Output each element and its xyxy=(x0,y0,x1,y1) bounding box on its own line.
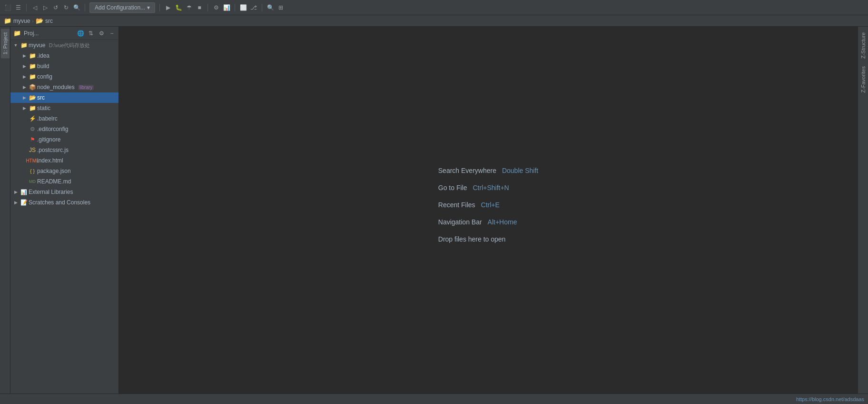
sidebar-item-favorites[interactable]: Z-Favorites xyxy=(859,62,868,97)
profile-icon[interactable]: 📊 xyxy=(223,4,230,11)
back-icon[interactable]: ◁ xyxy=(31,4,39,11)
undo-icon[interactable]: ↺ xyxy=(52,4,59,11)
config-label: config xyxy=(37,73,118,80)
side-tabs-right: Z-Structure Z-Favorites xyxy=(858,27,868,394)
build-folder-icon: 📁 xyxy=(29,62,36,70)
node-modules-arrow-icon: ▶ xyxy=(21,84,28,91)
packagejson-file-icon: { } xyxy=(29,167,36,175)
drop-files-row: Drop files here to open xyxy=(438,236,538,242)
tree-item-babelrc[interactable]: ▶ ⚡ .babelrc xyxy=(10,113,118,124)
scratches-label: Scratches and Consoles xyxy=(29,199,118,206)
readme-file-icon: MD xyxy=(29,178,36,185)
src-folder-icon: 📂 xyxy=(29,94,36,101)
tree-item-packagejson[interactable]: ▶ { } package.json xyxy=(10,166,118,176)
git-icon[interactable]: ⎇ xyxy=(250,4,257,11)
tree-item-build[interactable]: ▶ 📁 build xyxy=(10,61,118,71)
toolbar-sep-5 xyxy=(235,4,235,11)
run-icon[interactable]: ▶ xyxy=(164,4,172,11)
static-label: static xyxy=(37,105,118,111)
app-icon: ⬛ xyxy=(4,4,11,11)
breadcrumb-folder-icon: 📂 xyxy=(36,17,43,25)
sidebar-item-structure[interactable]: Z-Structure xyxy=(859,29,868,62)
recent-files-label: Recent Files xyxy=(438,202,475,208)
project-panel: 📁 Proj... 🌐 ⇅ ⚙ − ▼ 📁 myvue D:\vue代码存放处 … xyxy=(10,27,119,394)
add-configuration-button[interactable]: Add Configuration... ▾ xyxy=(89,2,155,13)
root-folder-icon: 📁 xyxy=(20,41,28,49)
go-to-file-label: Go to File xyxy=(438,184,467,191)
navigation-bar-shortcut: Alt+Home xyxy=(488,219,517,225)
tree-item-idea[interactable]: ▶ 📁 .idea xyxy=(10,50,118,61)
toolbar-sep-6 xyxy=(262,4,262,11)
file-tree: ▼ 📁 myvue D:\vue代码存放处 ▶ 📁 .idea ▶ 📁 buil… xyxy=(10,40,118,394)
welcome-content: Search Everywhere Double Shift Go to Fil… xyxy=(438,167,538,253)
coverage-icon[interactable]: ☂ xyxy=(185,4,193,11)
tree-item-postcssrc[interactable]: ▶ JS .postcssrc.js xyxy=(10,145,118,155)
find-icon[interactable]: 🔍 xyxy=(266,4,274,11)
panel-collapse-button[interactable]: ⇅ xyxy=(87,30,95,37)
src-label: src xyxy=(37,94,118,101)
recent-files-row: Recent Files Ctrl+E xyxy=(438,202,538,208)
packagejson-label: package.json xyxy=(37,168,118,174)
ext-lib-label: External Libraries xyxy=(29,189,118,195)
ext-lib-arrow-icon: ▶ xyxy=(12,189,19,195)
tree-item-indexhtml[interactable]: ▶ HTML index.html xyxy=(10,155,118,166)
scratches-arrow-icon: ▶ xyxy=(12,199,19,206)
gitignore-file-icon: ⚑ xyxy=(29,136,36,143)
go-to-file-shortcut: Ctrl+Shift+N xyxy=(473,184,509,191)
sidebar-item-project[interactable]: 1: Project xyxy=(1,29,10,58)
forward-icon[interactable]: ▷ xyxy=(41,4,49,11)
breadcrumb-sep: › xyxy=(32,18,34,24)
tree-item-scratches[interactable]: ▶ 📝 Scratches and Consoles xyxy=(10,197,118,208)
scratches-icon: 📝 xyxy=(20,199,28,206)
tree-item-src[interactable]: ▶ 📂 src xyxy=(10,92,118,103)
babelrc-file-icon: ⚡ xyxy=(29,115,36,122)
readme-label: README.md xyxy=(37,178,118,185)
tree-item-root[interactable]: ▼ 📁 myvue D:\vue代码存放处 xyxy=(10,40,118,50)
search-icon[interactable]: 🔍 xyxy=(73,4,80,11)
redo-icon[interactable]: ↻ xyxy=(62,4,70,11)
build-arrow-icon: ▶ xyxy=(21,63,28,70)
ext-lib-icon: 📊 xyxy=(20,188,28,196)
build-label: build xyxy=(37,63,118,70)
tree-item-gitignore[interactable]: ▶ ⚑ .gitignore xyxy=(10,134,118,145)
recent-files-shortcut: Ctrl+E xyxy=(481,202,500,208)
root-arrow-icon: ▼ xyxy=(12,42,19,49)
tree-item-readme[interactable]: ▶ MD README.md xyxy=(10,176,118,187)
toolbar-sep-3 xyxy=(159,4,160,11)
panel-header: 📁 Proj... 🌐 ⇅ ⚙ − xyxy=(10,27,118,40)
indexhtml-file-icon: HTML xyxy=(29,157,36,164)
panel-title: Proj... xyxy=(24,30,74,37)
dropdown-arrow-icon: ▾ xyxy=(147,4,150,11)
toolbar-sep-4 xyxy=(207,4,208,11)
idea-arrow-icon: ▶ xyxy=(21,52,28,59)
panel-globe-button[interactable]: 🌐 xyxy=(77,30,84,37)
toolbar-sep-1 xyxy=(26,4,27,11)
stop-icon[interactable]: ■ xyxy=(196,4,203,11)
navigation-bar-row: Navigation Bar Alt+Home xyxy=(438,219,538,225)
build-icon[interactable]: ⚙ xyxy=(212,4,220,11)
editorconfig-file-icon: ⚙ xyxy=(29,125,36,133)
go-to-file-row: Go to File Ctrl+Shift+N xyxy=(438,184,538,191)
status-url[interactable]: https://blog.csdn.net/adsdaas xyxy=(796,396,864,402)
tree-item-static[interactable]: ▶ 📁 static xyxy=(10,103,118,113)
search-everywhere-label: Search Everywhere xyxy=(438,167,496,174)
idea-folder-icon: 📁 xyxy=(29,52,36,60)
indexhtml-label: index.html xyxy=(37,157,118,164)
search-everywhere-shortcut: Double Shift xyxy=(502,167,538,174)
node-modules-folder-icon: 📦 xyxy=(29,83,36,91)
breadcrumb-project[interactable]: myvue xyxy=(13,18,30,24)
tree-item-editorconfig[interactable]: ▶ ⚙ .editorconfig xyxy=(10,124,118,134)
layout-icon[interactable]: ⊞ xyxy=(277,4,285,11)
panel-minimize-button[interactable]: − xyxy=(108,30,116,37)
tree-item-config[interactable]: ▶ 📁 config xyxy=(10,71,118,82)
static-arrow-icon: ▶ xyxy=(21,105,28,111)
node-modules-label: node_modules library xyxy=(37,84,118,91)
tree-item-external-libraries[interactable]: ▶ 📊 External Libraries xyxy=(10,187,118,197)
breadcrumb-folder[interactable]: src xyxy=(45,18,53,24)
terminal-icon[interactable]: ⬜ xyxy=(239,4,247,11)
project-folder-icon: 📁 xyxy=(4,17,11,25)
tree-item-node-modules[interactable]: ▶ 📦 node_modules library xyxy=(10,82,118,92)
menu-icon[interactable]: ☰ xyxy=(14,4,22,11)
debug-icon[interactable]: 🐛 xyxy=(175,4,182,11)
panel-settings-button[interactable]: ⚙ xyxy=(98,30,105,37)
